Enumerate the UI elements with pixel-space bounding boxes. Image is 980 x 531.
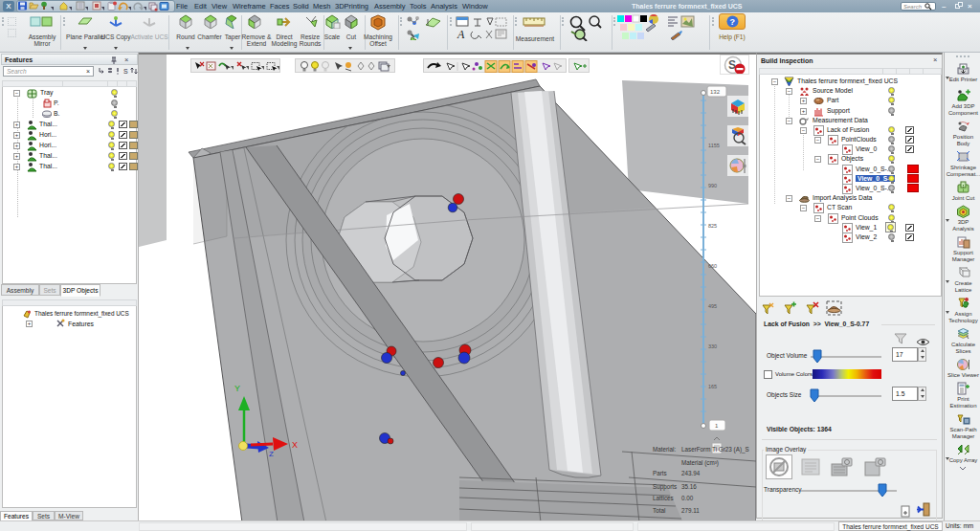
- svg-text:35.16: 35.16: [681, 483, 697, 490]
- svg-text:Z: Z: [269, 450, 274, 458]
- svg-text:Lattices: Lattices: [653, 495, 674, 501]
- svg-text:660: 660: [708, 263, 717, 269]
- svg-text:243.94: 243.94: [681, 470, 701, 476]
- svg-text:132: 132: [710, 89, 721, 95]
- svg-text:S: S: [123, 68, 128, 75]
- svg-text:LaserForm Ti Gr23 (A)_S: LaserForm Ti Gr23 (A)_S: [681, 446, 749, 454]
- svg-text:Total: Total: [653, 507, 665, 514]
- svg-text:825: 825: [708, 223, 717, 229]
- svg-text:0.00: 0.00: [681, 495, 694, 501]
- svg-text:330: 330: [708, 343, 717, 349]
- svg-text:279.11: 279.11: [681, 507, 700, 514]
- svg-text:X: X: [292, 440, 298, 450]
- svg-text:1155: 1155: [708, 143, 720, 148]
- svg-text:Y: Y: [234, 384, 240, 393]
- svg-text:Material:: Material:: [653, 446, 676, 453]
- svg-text:165: 165: [708, 384, 717, 389]
- svg-text:Supports: Supports: [653, 483, 677, 491]
- svg-text:?: ?: [730, 17, 736, 27]
- svg-text:A: A: [457, 28, 465, 40]
- svg-text:Material (cm³): Material (cm³): [681, 459, 719, 467]
- svg-text:990: 990: [708, 183, 717, 188]
- svg-text:495: 495: [708, 303, 717, 309]
- svg-text:Parts: Parts: [653, 470, 667, 476]
